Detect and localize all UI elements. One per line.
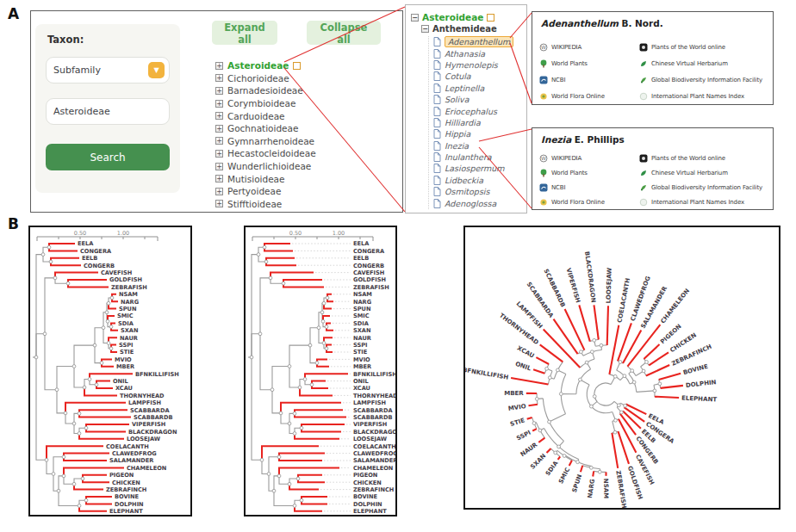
taxon-name-input[interactable]: Asteroideae: [46, 98, 170, 125]
expand-all-button[interactable]: Expand all: [212, 21, 277, 45]
phylogram-rectangular-1: EELACONGERAEELBCONGERBCAVEFISHGOLDFISHZE…: [28, 226, 192, 517]
resource-link[interactable]: World Flora Online: [539, 88, 636, 104]
genus-item-cotula[interactable]: Cotula: [433, 71, 513, 82]
subfamily-item-mutisioideae[interactable]: +Mutisioideae: [215, 172, 316, 185]
rank-select[interactable]: Subfamily ▼: [46, 57, 170, 84]
expand-plus-icon[interactable]: +: [215, 175, 223, 182]
genus-item-hilliardia[interactable]: Hilliardia: [433, 117, 513, 128]
collapse-all-button[interactable]: Collapse all: [307, 21, 381, 45]
resource-link[interactable]: World Plants: [539, 55, 636, 71]
svg-text:SXAN: SXAN: [529, 453, 547, 471]
genus-card-inezia: Inezia E. Phillips WWIKIPEDIAPlants of t…: [532, 127, 774, 210]
genus-item-adenanthellum[interactable]: Adenanthellum: [433, 36, 513, 47]
expand-plus-icon[interactable]: +: [215, 87, 223, 95]
chevron-down-icon[interactable]: ▼: [148, 62, 165, 78]
genus-item-athanasia[interactable]: Athanasia: [433, 47, 513, 59]
resource-link[interactable]: Chinese Virtual Herbarium: [639, 55, 771, 71]
svg-text:XCAU: XCAU: [516, 345, 536, 360]
external-link-icon[interactable]: [293, 62, 301, 70]
svg-text:NSAM: NSAM: [353, 291, 372, 298]
figure-page: A Taxon: Subfamily ▼ Asteroideae Search …: [0, 0, 796, 532]
svg-text:1.00: 1.00: [117, 230, 129, 237]
subfamily-item-barnadesioideae[interactable]: +Barnadesioideae: [215, 84, 316, 97]
expand-plus-icon[interactable]: +: [215, 150, 223, 158]
resource-link[interactable]: International Plant Names Index: [639, 195, 771, 209]
svg-text:W: W: [541, 155, 546, 161]
genus-item-lasiospermum[interactable]: Lasiospermum: [433, 163, 513, 174]
resource-link[interactable]: NCBI: [539, 180, 636, 195]
resource-link[interactable]: Plants of the World online: [639, 151, 771, 165]
genus-item-hippia[interactable]: Hippia: [433, 128, 513, 139]
resource-link[interactable]: World Plants: [539, 165, 636, 180]
resource-link[interactable]: Global Biodiversity Information Facility: [639, 71, 771, 88]
resource-link[interactable]: World Flora Online: [539, 195, 636, 209]
svg-text:EELA: EELA: [353, 240, 370, 247]
genus-item-hymenolepis[interactable]: Hymenolepis: [433, 59, 513, 71]
resource-link[interactable]: Global Biodiversity Information Facility: [639, 180, 771, 195]
expand-plus-icon[interactable]: +: [215, 62, 223, 70]
genus-item-soliva[interactable]: Soliva: [433, 94, 513, 105]
expand-plus-icon[interactable]: +: [215, 200, 223, 207]
expand-plus-icon[interactable]: +: [215, 188, 223, 195]
search-button[interactable]: Search: [46, 144, 170, 170]
expand-plus-icon[interactable]: +: [215, 125, 223, 133]
svg-text:LOOSEJAW: LOOSEJAW: [606, 268, 613, 304]
subfamily-item-pertyoideae[interactable]: +Pertyoideae: [215, 185, 316, 198]
subfamily-item-carduoideae[interactable]: +Carduoideae: [215, 109, 316, 122]
taxonomy-zoom-panel: − Asteroideae − Anthemideae Adenanthellu…: [405, 4, 527, 213]
svg-text:ELEPHANT: ELEPHANT: [681, 395, 718, 404]
svg-text:BOVINE: BOVINE: [115, 493, 140, 500]
svg-text:GOLDFISH: GOLDFISH: [626, 465, 644, 500]
svg-text:CLAWEDFROG: CLAWEDFROG: [112, 450, 157, 457]
genus-list: AdenanthellumAthanasiaHymenolepisCotulaL…: [428, 36, 513, 209]
svg-text:SSPI: SSPI: [515, 430, 532, 442]
external-link-icon[interactable]: [487, 14, 494, 22]
tree-node-asteroideae[interactable]: − Asteroideae: [411, 12, 494, 22]
world-plants-tree-icon: [539, 59, 548, 68]
subfamily-item-cichorioideae[interactable]: +Cichorioideae: [215, 72, 316, 85]
resource-link[interactable]: Plants of the World online: [639, 39, 771, 55]
subfamily-item-hecastocleidoideae[interactable]: +Hecastocleidoideae: [215, 147, 316, 160]
svg-text:SALAMANDER: SALAMANDER: [353, 457, 395, 464]
subfamily-item-gymnarrhenoideae[interactable]: +Gymnarrhenoideae: [215, 135, 316, 148]
genus-item-leptinella[interactable]: Leptinella: [433, 83, 513, 94]
svg-text:LOOSEJAW: LOOSEJAW: [353, 436, 388, 442]
resource-link[interactable]: WWIKIPEDIA: [539, 151, 636, 165]
svg-text:XCAU: XCAU: [353, 385, 370, 392]
genus-item-lidbeckia[interactable]: Lidbeckia: [433, 175, 513, 186]
resource-link[interactable]: International Plant Names Index: [639, 88, 771, 104]
gbif-bird-icon: [639, 76, 648, 84]
expand-plus-icon[interactable]: +: [215, 74, 223, 82]
svg-text:NSAM: NSAM: [119, 291, 138, 298]
document-icon: [433, 187, 441, 196]
expand-plus-icon[interactable]: +: [215, 100, 223, 108]
svg-text:BLACKDRAGON: BLACKDRAGON: [128, 429, 177, 436]
search-form: Taxon: Subfamily ▼ Asteroideae Search: [35, 24, 180, 193]
subfamily-item-stifftioideae[interactable]: +Stifftioideae: [215, 198, 316, 211]
rank-select-value: Subfamily: [53, 65, 101, 76]
genus-item-inezia[interactable]: Inezia: [433, 140, 513, 152]
genus-item-inulanthera[interactable]: Inulanthera: [433, 152, 513, 163]
svg-text:SSPI: SSPI: [119, 342, 134, 349]
resource-link[interactable]: NCBI: [539, 71, 636, 88]
svg-text:BLACKDRAGON: BLACKDRAGON: [353, 429, 395, 436]
subfamily-item-gochnatioideae[interactable]: +Gochnatioideae: [215, 122, 316, 135]
document-icon: [433, 107, 441, 116]
genus-item-adenoglossa[interactable]: Adenoglossa: [433, 197, 513, 208]
subfamily-item-asteroideae[interactable]: +Asteroideae: [215, 59, 316, 72]
genus-item-osmitopsis[interactable]: Osmitopsis: [433, 186, 513, 197]
subfamily-item-wunderlichioideae[interactable]: +Wunderlichioideae: [215, 160, 316, 173]
svg-text:SMIC: SMIC: [353, 312, 370, 319]
resource-link[interactable]: Chinese Virtual Herbarium: [639, 165, 771, 180]
phylogram-rectangular-2: EELACONGERAEELBCONGERBCAVEFISHGOLDFISHZE…: [244, 226, 397, 517]
gbif-bird-icon: [639, 183, 648, 192]
collapse-icon[interactable]: −: [411, 14, 419, 22]
resource-link[interactable]: WWIKIPEDIA: [539, 39, 636, 55]
expand-plus-icon[interactable]: +: [215, 163, 223, 170]
genus-item-eriocephalus[interactable]: Eriocephalus: [433, 105, 513, 116]
collapse-icon[interactable]: −: [421, 25, 429, 33]
subfamily-item-corymbioideae[interactable]: +Corymbioideae: [215, 97, 316, 110]
expand-plus-icon[interactable]: +: [215, 137, 223, 145]
tree-node-anthemideae[interactable]: − Anthemideae: [421, 24, 497, 34]
expand-plus-icon[interactable]: +: [215, 112, 223, 120]
